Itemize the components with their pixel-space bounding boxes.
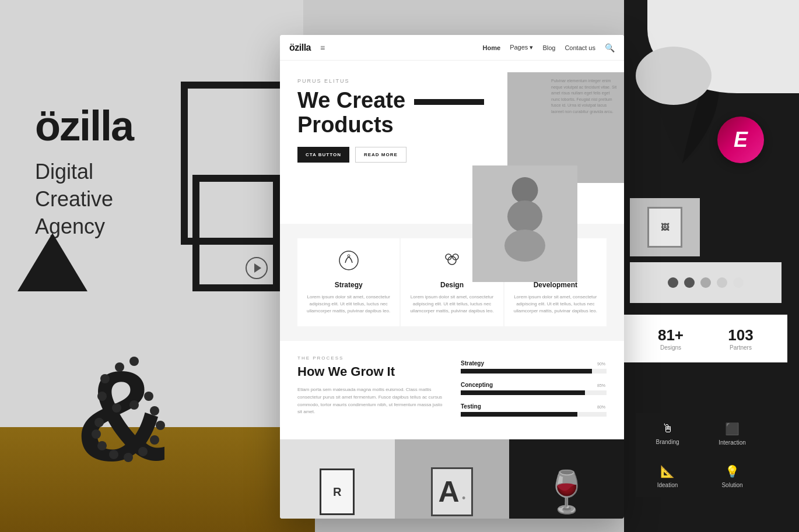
service-card-strategy: Strategy Lorem ipsum dolor sit amet, con…	[297, 238, 400, 326]
svg-point-9	[156, 421, 165, 430]
portfolio-section: R A • 🍷	[280, 439, 624, 519]
skill-testing-bar: 80%	[461, 412, 607, 417]
stat-designs: 81+ Designs	[636, 326, 706, 351]
skill-strategy-label: Strategy	[461, 360, 607, 367]
design-text: Lorem ipsum dolor sit amet, consectetur …	[410, 294, 493, 315]
browser-mockup: özilla ≡ Home Pages ▾ Blog Contact us 🔍 …	[280, 35, 624, 519]
portfolio-brand-1: R	[280, 439, 395, 519]
dot-1	[668, 277, 678, 288]
skill-strategy: Strategy 90%	[461, 360, 607, 374]
strategy-title: Strategy	[307, 281, 390, 289]
svg-point-3	[129, 357, 139, 366]
wine-glass-icon: 🍷	[541, 468, 592, 516]
portfolio-item-3: 🍷	[509, 439, 624, 519]
hero-buttons: CTA BUTTON READ MORE	[297, 147, 607, 163]
skill-testing-pct: 80%	[597, 405, 605, 409]
triangle-decoration	[17, 233, 87, 291]
stone-2	[507, 200, 542, 232]
portfolio-dot: •	[462, 492, 465, 504]
nav-blog[interactable]: Blog	[542, 44, 555, 51]
svg-point-11	[138, 447, 148, 456]
svg-point-12	[124, 453, 133, 462]
interaction-icon: ⬛	[725, 422, 740, 436]
dot-5	[733, 277, 744, 288]
process-left: THE PROCESS How We Grow It Etiam porta s…	[297, 355, 443, 425]
svg-point-16	[94, 418, 104, 427]
blob-mid	[636, 47, 712, 105]
hero-section: Pulvinar elementum integer enim neque vo…	[280, 61, 624, 224]
service-solution: 💡 Solution	[700, 456, 764, 497]
nav-pages[interactable]: Pages ▾	[510, 44, 533, 51]
right-dark-panel: E 🖼 81+ Designs 103 Partners 🖱 Brandin	[624, 0, 799, 532]
skill-strategy-pct: 90%	[597, 362, 605, 366]
svg-marker-18	[254, 263, 261, 273]
nav-contact[interactable]: Contact us	[565, 44, 595, 51]
svg-point-6	[129, 400, 139, 410]
right-image-1: 🖼	[630, 198, 700, 256]
elementor-e-letter: E	[734, 128, 748, 152]
svg-point-15	[92, 429, 101, 439]
branding-icon: 🖱	[662, 422, 674, 435]
brand-logo: özilla	[35, 105, 133, 147]
ampersand-decoration: &	[70, 334, 198, 497]
skill-strategy-bar: 90%	[461, 369, 607, 374]
title-black-bar	[414, 99, 484, 105]
svg-point-19	[339, 251, 358, 270]
skill-concepting-pct: 85%	[597, 383, 605, 387]
portfolio-a-letter: A	[439, 475, 460, 508]
skill-testing: Testing 80%	[461, 403, 607, 417]
hero-image-stones	[472, 165, 577, 282]
process-right: Strategy 90% Concepting 85% Testing 80%	[461, 355, 607, 425]
cta-button[interactable]: CTA BUTTON	[297, 147, 349, 163]
site-navbar: özilla ≡ Home Pages ▾ Blog Contact us 🔍	[280, 35, 624, 61]
svg-point-10	[150, 435, 159, 445]
stone-1	[512, 177, 538, 203]
nav-logo: özilla	[289, 43, 311, 53]
service-ideation: 📐 Ideation	[636, 456, 699, 497]
portfolio-brand-2: A •	[395, 439, 510, 519]
service-interaction: ⬛ Interaction	[700, 413, 764, 455]
dot-3	[700, 277, 711, 288]
skill-concepting: Concepting 85%	[461, 382, 607, 395]
svg-point-14	[97, 441, 107, 450]
process-section: THE PROCESS How We Grow It Etiam porta s…	[280, 341, 624, 439]
service-branding: 🖱 Branding	[636, 413, 699, 455]
dot-4	[717, 277, 727, 288]
process-text: Etiam porta sem malesuada magna mollis e…	[297, 386, 443, 416]
hero-title: We Create Products	[297, 89, 607, 138]
nav-links-group: Home Pages ▾ Blog Contact us 🔍	[483, 43, 615, 52]
dev-text: Lorem ipsum dolor sit amet, consectetur …	[514, 294, 597, 315]
portfolio-brand-3: 🍷	[509, 439, 624, 519]
brand-tagline: Digital Creative Agency	[35, 158, 113, 240]
stone-3	[504, 230, 545, 262]
skill-testing-label: Testing	[461, 403, 607, 410]
hamburger-icon[interactable]: ≡	[320, 43, 325, 52]
skill-concepting-bar: 85%	[461, 390, 607, 395]
svg-point-5	[112, 403, 121, 413]
dots-row	[630, 262, 782, 303]
dot-2	[684, 277, 695, 288]
search-icon[interactable]: 🔍	[605, 43, 615, 52]
stats-panel: 81+ Designs 103 Partners	[624, 315, 787, 362]
svg-point-13	[109, 450, 118, 459]
elementor-badge: E	[717, 117, 764, 163]
portfolio-item-1: R	[280, 439, 395, 519]
svg-point-1	[100, 374, 110, 383]
svg-point-8	[150, 406, 159, 415]
stat-partners: 103 Partners	[706, 326, 776, 351]
svg-point-4	[97, 392, 107, 401]
nav-home[interactable]: Home	[483, 44, 501, 51]
svg-point-2	[115, 362, 124, 372]
arrow-decoration	[245, 256, 268, 284]
portfolio-r-logo: R	[320, 468, 355, 515]
process-eyebrow: THE PROCESS	[297, 355, 443, 361]
strategy-text: Lorem ipsum dolor sit amet, consectetur …	[307, 294, 390, 315]
services-bottom-grid: 🖱 Branding ⬛ Interaction 📐 Ideation 💡 So…	[636, 413, 764, 497]
dev-title: Development	[514, 281, 597, 289]
design-title: Design	[410, 281, 493, 289]
portfolio-item-2: A •	[395, 439, 510, 519]
svg-point-7	[144, 392, 153, 401]
strategy-icon	[307, 250, 390, 275]
skill-testing-fill	[461, 412, 577, 417]
read-more-button[interactable]: READ MORE	[355, 147, 406, 163]
